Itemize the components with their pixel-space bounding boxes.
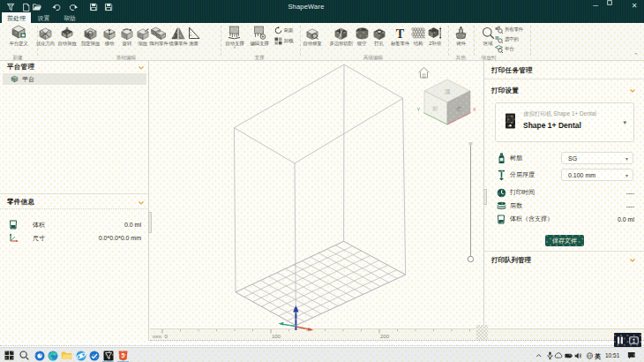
ribbon-button-label: 测量	[183, 41, 206, 47]
row-label: 分层厚度	[510, 170, 535, 179]
ribbon-button-auto-repair[interactable]: 自动修复	[299, 25, 326, 47]
section-divider	[0, 208, 149, 209]
taskbar-search-icon[interactable]	[19, 350, 30, 361]
z-comp-icon	[423, 25, 446, 40]
print-queue-title: 打印队列管理	[491, 256, 531, 265]
row-label: 层数	[510, 201, 522, 210]
row-value: 0.0 ml	[124, 222, 141, 228]
ribbon-button-label: 编辑支撑	[246, 41, 273, 47]
ribbon-small-button-zoom-selected[interactable]: 选中的	[495, 35, 519, 43]
chevron-down-icon[interactable]	[629, 87, 636, 94]
taskbar-shapeware-icon[interactable]	[102, 350, 114, 361]
printer-selector[interactable]: 虚拟打印机 Shape 1+ Dental Shape 1+ Dental ▾	[495, 102, 634, 142]
ribbon-group-separator	[474, 26, 475, 56]
part-info-header[interactable]: 零件信息	[0, 196, 149, 208]
chevron-down-icon[interactable]	[138, 64, 145, 72]
setting-row-resin-bottle: 树脂 SG▾	[495, 152, 634, 164]
chevron-down-icon[interactable]	[138, 200, 145, 207]
panel-corner-grip[interactable]	[476, 325, 488, 340]
taskbar-ie-icon[interactable]	[75, 350, 86, 361]
row-value: 0.0 ml	[618, 216, 634, 222]
ribbon-small-button-zoom-platform[interactable]: 平台	[495, 45, 513, 53]
ribbon-small-button-refresh[interactable]: 刷新	[274, 26, 293, 34]
taskbar-explorer-icon[interactable]	[61, 350, 72, 361]
left-panel: 平台管理 平台 零件信息 体积 0.0 ml 尺寸 0.0*0.0*0.0 mm	[0, 61, 149, 346]
ribbon-small-button-zoom-all-parts[interactable]: 所有零件	[495, 26, 523, 34]
taskbar-start-icon[interactable]	[4, 350, 15, 361]
screen-icon[interactable]	[629, 336, 639, 344]
part-info-section: 零件信息 体积 0.0 ml 尺寸 0.0*0.0*0.0 mm	[0, 193, 149, 208]
svg-text:100: 100	[272, 334, 281, 339]
platform-section-header[interactable]: 平台管理	[0, 61, 148, 73]
ribbon-small-button-unload[interactable]: 卸载	[274, 37, 293, 45]
tray-language-indicator[interactable]: 英	[595, 352, 601, 361]
ribbon-button-measure[interactable]: 测量	[183, 25, 206, 47]
view-cube[interactable]: 顶 前 右 X Y	[415, 63, 478, 130]
setting-row-volume-support: 体积（含支撑）0.0 ml	[495, 213, 634, 225]
tray-cloud-icon[interactable]	[554, 351, 564, 360]
tab-settings[interactable]: 设置	[32, 12, 56, 23]
ribbon-button-platform-define[interactable]: 平台定义	[5, 25, 32, 47]
tray-notification-icon[interactable]	[626, 351, 636, 360]
resin-bottle-select[interactable]: SG▾	[561, 152, 633, 164]
resin-bottle-icon	[495, 153, 507, 164]
ribbon-button-auto-support[interactable]: 自动支撑˅	[221, 25, 248, 49]
print-settings-title: 打印设置	[491, 87, 519, 95]
svg-text:T: T	[396, 27, 405, 40]
platform-define-icon	[5, 25, 32, 40]
part-info-row: 体积 0.0 ml	[9, 219, 141, 230]
layer-thickness-select[interactable]: 0.100 mm▾	[561, 169, 633, 181]
tab-help[interactable]: 帮助	[58, 12, 81, 23]
minimize-button[interactable]: ─	[588, 0, 603, 11]
printer-icon	[505, 113, 516, 129]
ribbon-button-label: 铸件	[450, 41, 473, 47]
close-button[interactable]: ✕	[626, 0, 642, 11]
size-axes-icon	[9, 233, 21, 243]
tray-battery-icon[interactable]	[564, 351, 573, 360]
refresh-icon	[274, 26, 282, 34]
part-info-title: 零件信息	[7, 198, 34, 207]
right-splitter-grip[interactable]	[483, 189, 487, 205]
auto-support-icon	[221, 25, 248, 40]
layer-thickness-icon	[495, 170, 507, 181]
taskbar-meeting-icon[interactable]	[34, 350, 45, 361]
ribbon-button-edit-support[interactable]: 编辑支撑	[246, 25, 273, 47]
maximize-button[interactable]	[607, 0, 623, 11]
taskbar-app-blue-icon[interactable]	[88, 350, 100, 361]
recorder-overlay	[614, 333, 641, 347]
chevron-down-icon: ˅	[221, 47, 248, 49]
ribbon-button-casting[interactable]: 铸件	[450, 25, 473, 47]
tray-speaker-icon[interactable]	[573, 351, 583, 360]
print-queue-header[interactable]: 打印队列管理	[484, 251, 644, 265]
svg-text:5: 5	[122, 352, 125, 358]
ribbon-collapse-button[interactable]: ⌃	[629, 52, 643, 61]
tab-preprocess[interactable]: 前处理	[2, 12, 31, 23]
taskbar-edge-icon[interactable]	[48, 350, 59, 361]
ribbon-button-label: 平台	[505, 46, 513, 52]
print-task-header[interactable]: 打印任务管理	[484, 64, 644, 77]
ribbon-button-label: 平台定义	[5, 41, 32, 47]
print-settings-header[interactable]: 打印设置	[484, 85, 644, 97]
ruler-bar: mm 0 100 200	[150, 328, 644, 341]
svg-text:0: 0	[165, 334, 168, 339]
chevron-down-icon[interactable]	[629, 257, 636, 264]
ribbon-button-z-comp[interactable]: Z补偿	[423, 25, 446, 47]
save-file-button[interactable]: 保存文件	[545, 235, 584, 246]
volume-support-icon	[495, 215, 507, 224]
tray-chevron-up-icon[interactable]	[535, 351, 544, 360]
platform-list-item[interactable]: 平台	[3, 73, 146, 85]
chevron-down-icon: ▾	[623, 119, 626, 126]
tray-network-icon[interactable]	[585, 351, 595, 360]
clock-icon	[495, 188, 507, 198]
row-label: 树脂	[510, 154, 522, 162]
row-value: ----	[626, 203, 634, 209]
left-splitter-grip[interactable]	[148, 212, 152, 233]
taskbar-html5-icon[interactable]: 5	[117, 350, 129, 361]
svg-text:mm: mm	[153, 334, 161, 339]
pause-icon[interactable]	[617, 336, 624, 344]
tray-clock[interactable]: 10:51	[605, 352, 619, 358]
ribbon-button-label: 选中的	[505, 36, 519, 42]
setting-row-layer-thickness: 分层厚度 0.100 mm▾	[495, 169, 634, 181]
view-slider[interactable]	[468, 142, 473, 262]
zoom-all-parts-icon	[495, 26, 503, 34]
